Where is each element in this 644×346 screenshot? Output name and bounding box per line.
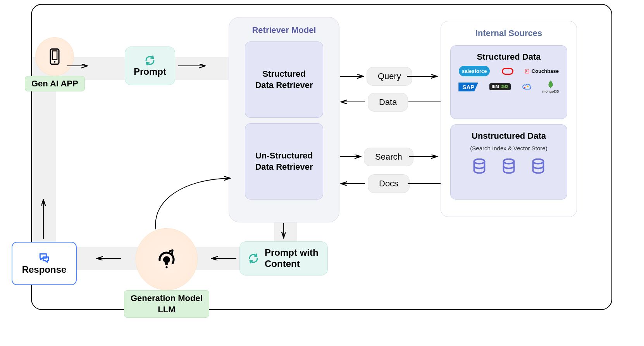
svg-point-3 <box>524 87 525 88</box>
chat-icon <box>38 252 50 264</box>
structured-data-title: Structured Data <box>455 52 563 62</box>
prompt-content-box: Prompt with Content <box>239 241 328 275</box>
response-label: Response <box>22 264 67 275</box>
prompt-box: Prompt <box>125 46 175 85</box>
database-icon <box>501 158 516 175</box>
couchbase-logo: ⏍Couchbase <box>525 67 559 75</box>
cycle-icon <box>248 253 259 264</box>
database-icon <box>531 158 546 175</box>
structured-retriever-box: Structured Data Retriever <box>245 41 323 118</box>
app-circle <box>35 37 74 76</box>
mongodb-logo: mongoDB <box>542 80 559 93</box>
llm-circle <box>136 228 198 290</box>
data-pill: Data <box>368 93 408 112</box>
gen-ai-app-node: Gen AI APP <box>25 37 85 91</box>
query-pill: Query <box>367 67 412 86</box>
unstructured-retriever-box: Un-Structured Data Retriever <box>245 123 323 200</box>
search-pill: Search <box>364 148 413 166</box>
salesforce-logo: salesforce <box>459 66 490 76</box>
diagram-frame: Gen AI APP Prompt Retriever Model Struct… <box>31 4 612 310</box>
svg-point-8 <box>165 266 167 268</box>
prompt-content-label: Prompt with Content <box>265 247 319 270</box>
ai-brain-icon <box>155 247 179 271</box>
gen-ai-app-label: Gen AI APP <box>25 76 85 91</box>
ibm-db2-logo: IBMDB2 <box>489 83 510 90</box>
svg-point-2 <box>54 61 55 62</box>
sources-container: Internal Sources Structured Data salesfo… <box>441 21 577 217</box>
svg-point-5 <box>474 159 485 164</box>
unstructured-data-card: Unstructured Data (Search Index & Vector… <box>450 124 567 200</box>
svg-point-6 <box>504 159 514 164</box>
gcloud-logo <box>522 83 531 90</box>
structured-logos-row-1: salesforce ⏍Couchbase <box>455 66 563 76</box>
unstructured-data-subtitle: (Search Index & Vector Store) <box>455 145 563 151</box>
generation-model-label: Generation Model LLM <box>124 290 209 318</box>
prompt-label: Prompt <box>134 66 166 77</box>
generation-model-node: Generation Model LLM <box>124 228 209 318</box>
retriever-container: Retriever Model Structured Data Retrieve… <box>229 17 339 222</box>
oracle-logo <box>502 68 513 75</box>
svg-point-7 <box>533 159 544 164</box>
svg-rect-1 <box>52 51 57 59</box>
response-box: Response <box>12 242 77 285</box>
smartphone-icon <box>48 48 62 65</box>
svg-point-4 <box>527 86 529 87</box>
cycle-icon <box>144 55 156 66</box>
structured-data-card: Structured Data salesforce ⏍Couchbase SA… <box>450 45 567 119</box>
retriever-title: Retriever Model <box>237 25 331 35</box>
unstructured-data-title: Unstructured Data <box>455 131 563 141</box>
structured-logos-row-2: SAP IBMDB2 mongoDB <box>455 80 563 93</box>
database-icon <box>472 158 487 175</box>
sources-title: Internal Sources <box>450 28 567 38</box>
docs-pill: Docs <box>368 174 410 193</box>
sap-logo: SAP <box>458 83 478 91</box>
